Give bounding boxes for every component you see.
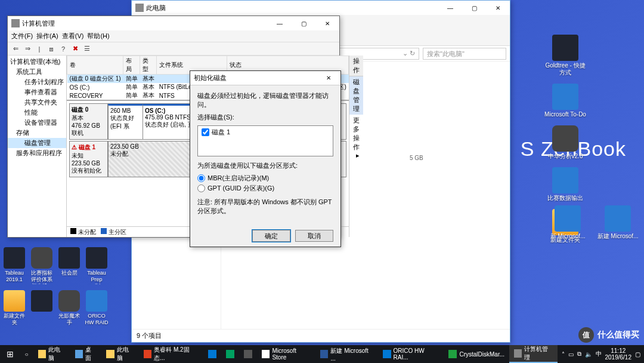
actions-pane: 操作 磁盘管理 更多操作 ▸ [349, 56, 363, 237]
mgmt-title: 计算机管理 [22, 19, 55, 28]
mgmt-menubar[interactable]: 文件(F)操作(A)查看(V)帮助(H) [8, 30, 339, 42]
taskbar-item[interactable]: 计算机管理 [509, 345, 558, 363]
menu-item[interactable]: 操作(A) [36, 32, 58, 41]
taskbar-item[interactable] [239, 345, 257, 363]
system-tray[interactable]: ˄ ▭ ⧉ 🔈 中 11:12 2019/6/12 ▢ [558, 347, 645, 361]
drive-size-hint: 5 GB [410, 155, 423, 161]
mbr-radio[interactable]: MBR(主启动记录)(M) [197, 174, 333, 183]
taskbar-item[interactable]: ORICO HW RAI... [378, 345, 444, 363]
desktop-icon[interactable]: Goldtree - 快捷方式 [541, 32, 589, 79]
start-button[interactable]: ⊞ [0, 345, 20, 363]
cortana-button[interactable]: ○ [20, 345, 33, 363]
minimize-button[interactable]: — [268, 16, 292, 30]
menu-item[interactable]: 帮助(H) [87, 32, 109, 41]
explorer-titlebar[interactable]: 此电脑 — ▢ ✕ [132, 1, 510, 15]
disk-checkbox[interactable]: 磁盘 1 [202, 128, 329, 137]
taskbar-item[interactable] [221, 345, 239, 363]
desktop-icon[interactable]: ORICO HW RAID M... [83, 288, 110, 330]
menu-item[interactable]: 文件(F) [11, 32, 33, 41]
tree-node[interactable]: 服务和应用程序 [8, 148, 66, 158]
column-header[interactable]: 类型 [140, 56, 157, 75]
tree-node[interactable]: 系统工具 [8, 67, 66, 77]
taskbar-item[interactable]: 新建 Microsoft ... [315, 345, 378, 363]
column-header[interactable]: 卷 [67, 56, 123, 75]
help-icon[interactable]: ? [58, 44, 69, 54]
tray-wifi-icon[interactable]: ⧉ [577, 350, 581, 358]
props-icon[interactable]: ☰ [82, 44, 92, 54]
tray-ime-icon[interactable]: 中 [596, 350, 602, 358]
desktop-icon[interactable] [29, 288, 55, 330]
close-button[interactable]: ✕ [317, 71, 340, 85]
refresh-icon[interactable]: 🗉 [46, 44, 57, 54]
desktop-icon[interactable]: Tableau Prep Build... [83, 245, 110, 287]
partition-style-label: 为所选磁盘使用以下磁盘分区形式: [197, 161, 333, 170]
menu-item[interactable]: 查看(V) [62, 32, 84, 41]
desktop-icon[interactable]: 比赛数据输出 [541, 165, 589, 204]
desktop-icon[interactable]: 新建 Microsof... [594, 203, 642, 242]
disk-select-list[interactable]: 磁盘 1 [197, 125, 333, 156]
taskbar[interactable]: ⊞ ○ 此电脑桌面此电脑奥睿科 M.2固态...Microsoft Store新… [0, 345, 644, 363]
dialog-message: 磁盘必须经过初始化，逻辑磁盘管理器才能访问。 [197, 91, 333, 109]
gpt-radio[interactable]: GPT (GUID 分区表)(G) [197, 184, 333, 193]
tree-node[interactable]: 任务计划程序 [8, 77, 66, 87]
desktop-icon[interactable]: 社会层 [56, 245, 82, 287]
tray-time[interactable]: 11:12 [605, 347, 632, 354]
desktop-icon[interactable]: Tableau 2019.1 [1, 245, 27, 287]
mgmt-titlebar[interactable]: 计算机管理 — ▢ ✕ [8, 16, 339, 30]
notification-icon[interactable]: ▢ [635, 351, 640, 358]
tree-node[interactable]: 设备管理器 [8, 118, 66, 128]
dialog-note: 注意: 所有早期版本的 Windows 都不识别 GPT 分区形式。 [197, 198, 333, 216]
desktop-icons-left: Tableau 2019.1比赛指标评价体系初步设...社会层Tableau P… [1, 245, 120, 330]
dialog-title: 初始化磁盘 [194, 73, 227, 82]
tray-date[interactable]: 2019/6/12 [605, 354, 632, 361]
taskbar-item[interactable] [203, 345, 221, 363]
watermark: 值 什么值得买 [578, 327, 639, 343]
desktop-icon[interactable]: 比赛指标评价体系初步设... [29, 245, 55, 287]
desktop-icon[interactable]: 新 Microsof... [544, 203, 592, 242]
taskbar-item[interactable]: 奥睿科 M.2固态... [139, 345, 203, 363]
action-item[interactable]: 磁盘管理 [349, 76, 363, 115]
close-button[interactable]: ✕ [486, 1, 510, 15]
fwd-icon[interactable]: ⇒ [22, 44, 33, 54]
actions-header: 操作 [349, 56, 363, 76]
column-header[interactable]: 布局 [123, 56, 140, 75]
tree-node[interactable]: 事件查看器 [8, 87, 66, 97]
legend-item: 未分配 [70, 228, 96, 236]
close-button[interactable]: ✕ [315, 16, 339, 30]
tree-node[interactable]: 性能 [8, 107, 66, 118]
taskbar-item[interactable]: 此电脑 [33, 345, 70, 363]
cancel-button[interactable]: 取消 [295, 230, 333, 242]
tree-node[interactable]: 计算机管理(本地) [8, 57, 66, 67]
select-disk-label: 选择磁盘(S): [197, 113, 333, 122]
taskbar-item[interactable]: Microsoft Store [257, 345, 315, 363]
ok-button[interactable]: 确定 [252, 230, 290, 242]
tree-node[interactable]: 存储 [8, 128, 66, 138]
stop-icon[interactable]: ✖ [70, 44, 80, 54]
action-item[interactable]: 更多操作 ▸ [349, 115, 363, 153]
watermark-icon: 值 [578, 327, 594, 343]
search-input[interactable]: 搜索"此电脑" [423, 48, 506, 60]
desktop-icon[interactable]: 新建文件夹 [1, 288, 27, 330]
taskbar-item[interactable]: 桌面 [70, 345, 102, 363]
desktop-icon[interactable]: 中华分析v2.0 [541, 123, 589, 162]
maximize-button[interactable]: ▢ [292, 16, 315, 30]
explorer-title: 此电脑 [146, 4, 166, 13]
minimize-button[interactable]: — [438, 1, 462, 15]
desktop-icon[interactable]: Microsoft To-Do [541, 81, 589, 121]
partition[interactable]: 260 MB状态良好 (EFI 系 [108, 104, 143, 139]
taskbar-item[interactable]: 此电脑 [101, 345, 138, 363]
tree-node[interactable]: 共享文件夹 [8, 97, 66, 107]
desktop-icon[interactable]: 光影魔术手 [56, 288, 82, 330]
tray-volume-icon[interactable]: 🔈 [585, 351, 592, 358]
mgmt-tree[interactable]: 计算机管理(本地)系统工具任务计划程序事件查看器共享文件夹性能设备管理器存储磁盘… [8, 56, 67, 237]
explorer-statusbar: 9 个项目 [132, 329, 510, 342]
desktop-icons-right: Goldtree - 快捷方式Microsoft To-Do中华分析v2.0比赛… [539, 30, 644, 248]
taskbar-item[interactable]: CrystalDiskMar... [444, 345, 509, 363]
maximize-button[interactable]: ▢ [462, 1, 486, 15]
dialog-titlebar[interactable]: 初始化磁盘 ✕ [190, 71, 340, 85]
tray-battery-icon[interactable]: ▭ [568, 351, 574, 358]
back-icon[interactable]: ⇐ [10, 44, 21, 54]
tray-up-icon[interactable]: ˄ [562, 351, 565, 358]
tree-node[interactable]: 磁盘管理 [8, 138, 66, 148]
mgmt-toolbar[interactable]: ⇐ ⇒ | 🗉 ? ✖ ☰ [8, 42, 339, 56]
